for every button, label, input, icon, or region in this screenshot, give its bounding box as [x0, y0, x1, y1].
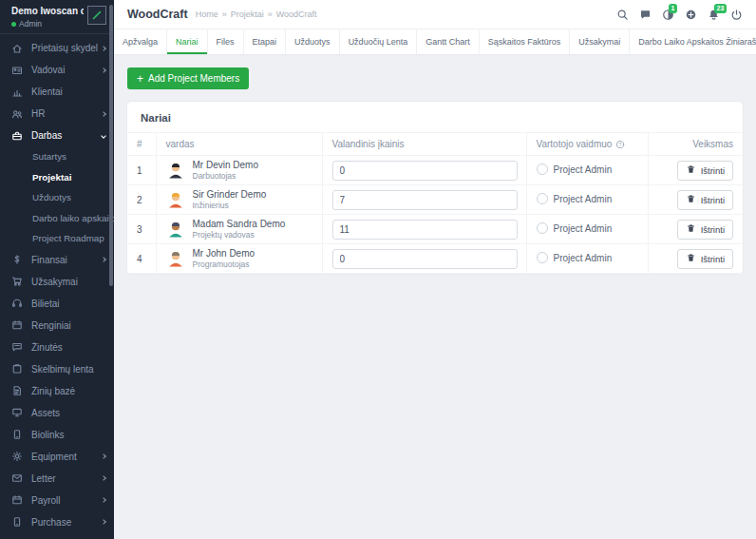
- sidebar-user-panel: Demo Iwoscan c... Admin: [0, 0, 114, 34]
- breadcrumb-separator: »: [222, 10, 227, 19]
- rate-cell: [322, 244, 526, 274]
- sidebar-item-label: Biolinks: [31, 430, 105, 440]
- sidebar-item-u-sakymai[interactable]: Užsakymai: [0, 271, 114, 293]
- members-table: #vardasValandinis įkainisVartotojo vaidm…: [127, 132, 743, 274]
- breadcrumb-item[interactable]: WoodCraft: [276, 10, 317, 19]
- project-admin-radio[interactable]: Project Admin: [537, 164, 613, 175]
- sidebar-subitem-project-roadmap[interactable]: Project Roadmap: [0, 228, 114, 249]
- notification-badge: 23: [714, 4, 727, 13]
- member-name: Mr John Demo: [193, 248, 255, 259]
- row-number-label: 4: [137, 254, 142, 264]
- member-cell: Madam Sandra DemoProjektų vadovas: [156, 215, 322, 244]
- hourly-rate-input[interactable]: [332, 161, 518, 181]
- tab-nariai[interactable]: Nariai: [167, 29, 208, 54]
- message-icon[interactable]: [639, 9, 652, 21]
- project-admin-radio[interactable]: Project Admin: [537, 222, 613, 234]
- member[interactable]: Sir Grinder DemoInžinierius: [166, 189, 312, 210]
- column-header-label: Vartotojo vaidmuo: [537, 139, 613, 149]
- sidebar-item-ini-baz[interactable]: Žinių bazė: [0, 380, 114, 402]
- main-area: WoodCraft Home»Projektai»WoodCraft 123 A…: [114, 0, 756, 539]
- tab-etapai[interactable]: Etapai: [244, 29, 287, 54]
- chevron-right-icon: [101, 67, 106, 73]
- tab-gantt-chart[interactable]: Gantt Chart: [417, 29, 480, 54]
- tab-label: Apžvalga: [123, 37, 158, 47]
- tab-s-skaitos-fakt-ros[interactable]: Sąskaitos Faktūros: [480, 29, 571, 54]
- sidebar-item-label: Assets: [31, 408, 105, 418]
- sidebar-item-prietais-skydelis[interactable]: Prietaisų skydelis: [0, 37, 114, 59]
- search-icon[interactable]: [616, 9, 629, 21]
- breadcrumb-item[interactable]: Home: [196, 10, 218, 19]
- sidebar-scrollbar[interactable]: [109, 5, 113, 286]
- sidebar-subitem-label: Užduotys: [32, 192, 71, 202]
- delete-member-button[interactable]: Ištrinti: [677, 249, 733, 269]
- radio-icon[interactable]: [537, 222, 548, 234]
- sidebar-item-vadovai[interactable]: Vadovai: [0, 59, 114, 81]
- delete-member-button[interactable]: Ištrinti: [677, 161, 733, 181]
- clock-icon[interactable]: 1: [662, 9, 674, 21]
- column-header-label: Valandinis įkainis: [332, 139, 405, 149]
- sidebar-item-darbas[interactable]: Darbas: [0, 125, 114, 146]
- member[interactable]: Madam Sandra DemoProjektų vadovas: [166, 219, 312, 240]
- member[interactable]: Mr John DemoProgramuotojas: [166, 248, 312, 269]
- delete-member-button[interactable]: Ištrinti: [677, 220, 733, 240]
- tab-files[interactable]: Files: [208, 29, 244, 54]
- radio-icon[interactable]: [537, 193, 548, 204]
- tab-ap-valga[interactable]: Apžvalga: [114, 29, 167, 54]
- sidebar-item-bilietai[interactable]: Bilietai: [0, 293, 114, 315]
- rate-cell: [322, 185, 526, 215]
- row-number: 2: [127, 185, 156, 215]
- sidebar-item-biolinks[interactable]: Biolinks: [0, 424, 114, 446]
- hourly-rate-input[interactable]: [332, 249, 518, 269]
- project-admin-radio[interactable]: Project Admin: [537, 193, 613, 204]
- sidebar-subitem-sutartys[interactable]: Sutartys: [0, 146, 114, 167]
- tab-u-sakymai[interactable]: Užsakymai: [570, 29, 630, 54]
- tab-label: Files: [217, 37, 235, 47]
- role-cell: Project Admin: [526, 185, 648, 215]
- trash-icon: [686, 194, 696, 206]
- sidebar-item-finansai[interactable]: Finansai: [0, 249, 114, 271]
- chevron-right-icon: [101, 453, 106, 459]
- briefcase-icon: [11, 130, 25, 142]
- help-question-icon[interactable]: ?: [615, 140, 625, 149]
- sidebar-item-klientai[interactable]: Klientai: [0, 81, 114, 103]
- delete-member-button[interactable]: Ištrinti: [677, 190, 733, 210]
- bell-icon[interactable]: 23: [708, 9, 720, 21]
- sidebar-item-inut-s[interactable]: Žinutės: [0, 337, 114, 358]
- sidebar-item-equipment[interactable]: Equipment: [0, 446, 114, 468]
- sidebar-item-label: Purchase: [31, 517, 98, 528]
- radio-icon[interactable]: [537, 252, 548, 263]
- avatar: [166, 248, 185, 269]
- trash-icon: [686, 223, 696, 236]
- sidebar-subitem-projektai[interactable]: Projektai: [0, 167, 114, 188]
- green-slash-logo-icon: [91, 10, 103, 21]
- sidebar-item-assets[interactable]: Assets: [0, 402, 114, 424]
- sidebar-item-hr[interactable]: HR: [0, 103, 114, 125]
- sidebar-user-info: Demo Iwoscan c... Admin: [11, 6, 84, 29]
- add-project-members-button[interactable]: + Add Project Members: [127, 67, 249, 89]
- sidebar-item-letter[interactable]: Letter: [0, 468, 114, 490]
- sidebar-subitem-label: Project Roadmap: [32, 233, 104, 243]
- table-row: 1Mr Devin DemoDarbuotojasProject AdminIš…: [127, 156, 743, 185]
- project-admin-label: Project Admin: [554, 253, 613, 263]
- project-admin-radio[interactable]: Project Admin: [537, 252, 613, 263]
- tab-u-duo-i-lenta[interactable]: Užduočių Lenta: [340, 29, 418, 54]
- plus-circle-icon[interactable]: [685, 9, 697, 21]
- sidebar-item-skelbim-lenta[interactable]: Skelbimų lenta: [0, 358, 114, 380]
- power-icon[interactable]: [730, 9, 743, 21]
- sidebar-subitem-u-duotys[interactable]: Užduotys: [0, 187, 114, 208]
- headset-icon: [11, 298, 25, 309]
- radio-icon[interactable]: [537, 164, 548, 175]
- company-logo: [87, 6, 106, 25]
- hourly-rate-input[interactable]: [332, 220, 518, 240]
- sidebar-subitem-darbo-laiko-apskaitos-iniar[interactable]: Darbo laiko apskaitos žiniar: [0, 208, 114, 229]
- breadcrumb: Home»Projektai»WoodCraft: [196, 10, 317, 19]
- breadcrumb-item[interactable]: Projektai: [231, 10, 264, 19]
- member[interactable]: Mr Devin DemoDarbuotojas: [166, 160, 312, 181]
- tab-darbo-laiko-apskaitos-iniara-tis[interactable]: Darbo Laiko Apskaitos Žiniaraštis: [630, 29, 756, 54]
- sidebar-item-purchase[interactable]: Purchase: [0, 511, 114, 533]
- tab-u-duotys[interactable]: Užduotys: [286, 29, 340, 54]
- sidebar-item-label: Klientai: [31, 87, 105, 97]
- sidebar-item-renginiai[interactable]: Renginiai: [0, 315, 114, 337]
- sidebar-item-payroll[interactable]: Payroll: [0, 490, 114, 511]
- hourly-rate-input[interactable]: [332, 190, 518, 210]
